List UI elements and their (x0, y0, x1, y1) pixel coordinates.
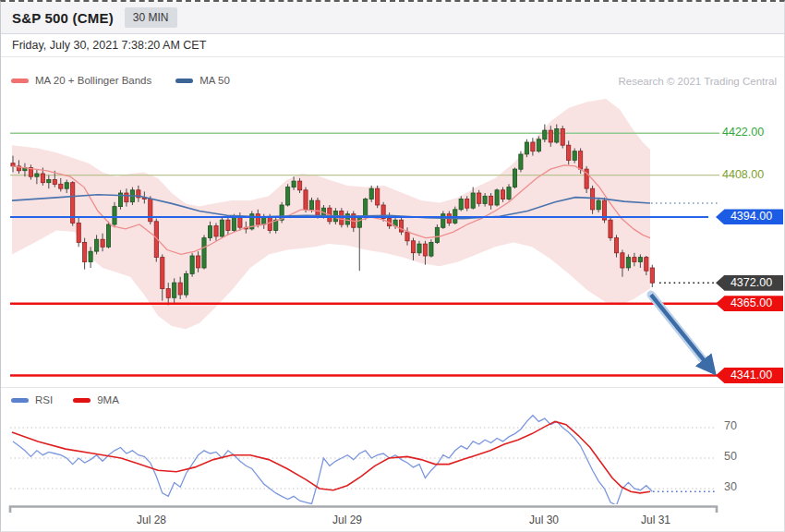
legend-label: MA 20 + Bollinger Bands (35, 75, 151, 86)
legend-item-9ma: 9MA (73, 394, 119, 405)
legend-label: 9MA (97, 394, 119, 405)
ma20-bollinger-swatch (11, 79, 29, 83)
rsi-panel: RSI 9MA 70 50 30 (1, 388, 785, 504)
rsi-line (13, 416, 652, 504)
forecast-arrow (651, 295, 710, 368)
price-level-tag-target: 4341.00 (716, 368, 783, 383)
x-axis-label: Jul 31 (634, 514, 678, 526)
x-axis-label: Jul 28 (129, 514, 174, 526)
chart-title: S&P 500 (CME) (12, 10, 114, 26)
main-chart-canvas[interactable] (1, 57, 785, 388)
legend-item-ma20-bollinger: MA 20 + Bollinger Bands (11, 75, 151, 86)
time-axis-bracket (10, 507, 717, 514)
time-axis[interactable]: Jul 28Jul 29Jul 30Jul 31 (1, 503, 785, 532)
rsi-tick-50: 50 (724, 450, 737, 463)
chart-datetime: Friday, July 30, 2021 7:38:20 AM CET (1, 34, 784, 57)
rsi-swatch (11, 398, 29, 403)
legend-item-ma50: MA 50 (175, 75, 230, 86)
rsi-9ma-swatch (73, 398, 91, 403)
rsi-9ma-line (12, 421, 650, 493)
timeframe-badge[interactable]: 30 MIN (125, 7, 177, 28)
x-axis-label: Jul 29 (325, 514, 369, 526)
price-level-tag-pivot: 4394.00 (716, 209, 783, 224)
price-level-label-resistance2: 4422.00 (722, 126, 776, 139)
legend-label: MA 50 (199, 75, 230, 86)
main-price-chart: MA 20 + Bollinger Bands MA 50 Research ©… (1, 57, 785, 388)
legend-item-rsi: RSI (11, 394, 53, 405)
indicator-legend: MA 20 + Bollinger Bands MA 50 (11, 75, 230, 86)
price-level-label-resistance1: 4408.00 (722, 168, 776, 181)
rsi-legend: RSI 9MA (11, 394, 119, 405)
price-level-tag-last: 4372.00 (716, 275, 783, 291)
trading-central-chart-widget: S&P 500 (CME) 30 MIN Friday, July 30, 20… (0, 0, 785, 532)
title-bar: S&P 500 (CME) 30 MIN (1, 2, 784, 34)
x-axis-label: Jul 30 (522, 514, 566, 526)
price-level-tag-support1: 4365.00 (716, 296, 783, 311)
rsi-tick-30: 30 (724, 480, 737, 493)
research-watermark: Research © 2021 Trading Central (619, 76, 777, 87)
rsi-tick-70: 70 (724, 419, 737, 432)
legend-label: RSI (35, 394, 53, 405)
rsi-chart-canvas[interactable] (1, 408, 785, 504)
ma50-swatch (175, 79, 193, 83)
